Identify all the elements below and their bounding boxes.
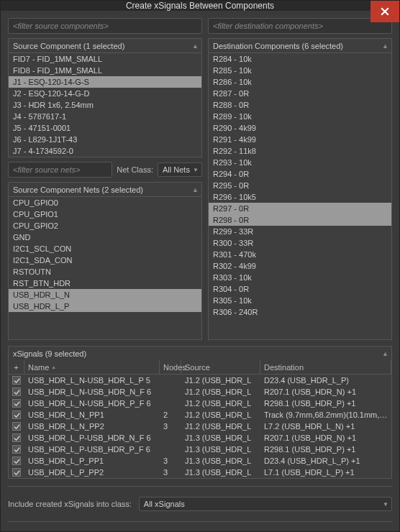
cell-name: USB_HDR_L_N_PP1 [24,411,160,419]
left-column: <filter source components> Source Compon… [8,18,202,340]
chevron-down-icon: ▼ [193,167,199,173]
cell-name: USB_HDR_L_P_PP2 [24,468,160,477]
cell-source: J1.3 (USB_HDR_L [181,457,260,465]
close-button[interactable] [371,1,399,22]
source-component-header[interactable]: Source Component (1 selected)▲ [8,38,202,52]
list-item[interactable]: J3 - HDR 1x6, 2.54mm [9,99,201,111]
list-item[interactable]: J4 - 5787617-1 [9,111,201,122]
list-item[interactable]: R298 - 0R [209,214,391,226]
row-checkbox[interactable] [12,411,21,419]
list-item[interactable]: R288 - 0R [209,99,391,111]
table-row[interactable]: USB_HDR_L_P-USB_HDR_N_F 6J1.3 (USB_HDR_L… [9,432,391,444]
list-item[interactable]: J2 - ESQ-120-14-G-D [9,88,201,99]
net-class-row: <filter source nets> Net Class: All Nets… [8,162,202,178]
source-column-header[interactable]: Source [181,360,260,374]
filter-source-components-input[interactable]: <filter source components> [8,18,202,34]
row-checkbox[interactable] [12,376,21,385]
row-checkbox[interactable] [12,387,21,396]
name-column-header[interactable]: Name [24,360,160,374]
list-item[interactable]: J7 - 4-1734592-0 [9,145,201,157]
table-row[interactable]: USB_HDR_L_N-USB_HDR_N_F 6J1.2 (USB_HDR_L… [9,386,391,398]
xsignals-header[interactable]: xSignals (9 selected)▲ [8,346,392,360]
cell-name: USB_HDR_L_N-USB_HDR_P_F 6 [24,399,160,408]
xsignals-grid[interactable]: USB_HDR_L_N-USB_HDR_L_P 5J1.2 (USB_HDR_L… [8,375,392,479]
nodes-column-header[interactable]: Nodes [160,360,181,374]
cell-name: USB_HDR_L_N-USB_HDR_N_F 6 [24,387,160,396]
table-row[interactable]: USB_HDR_L_N_PP12J1.2 (USB_HDR_LTrack (9.… [9,409,391,421]
list-item[interactable]: GND [9,231,201,243]
list-item[interactable]: R285 - 10k [209,65,391,76]
table-row[interactable]: USB_HDR_L_P_PP13J1.3 (USB_HDR_LD23.4 (US… [9,455,391,467]
table-row[interactable]: USB_HDR_L_N-USB_HDR_P_F 6J1.2 (USB_HDR_L… [9,398,391,409]
row-checkbox[interactable] [12,445,21,454]
list-item[interactable]: J5 - 47151-0001 [9,122,201,134]
list-item[interactable]: R303 - 10k [209,272,391,283]
list-item[interactable]: USB_HDR_L_N [9,289,201,301]
list-item[interactable]: R286 - 10k [209,76,391,88]
list-item[interactable]: USB_HDR_L_P [9,301,201,312]
list-item[interactable]: R302 - 4k99 [209,260,391,272]
list-item[interactable]: FID7 - FID_1MM_SMALL [9,53,201,65]
list-item[interactable]: R287 - 0R [209,88,391,99]
list-item[interactable]: J6 - L829-1J1T-43 [9,134,201,145]
list-item[interactable]: FID8 - FID_1MM_SMALL [9,65,201,76]
list-item[interactable]: R300 - 33R [209,237,391,249]
list-item[interactable]: CPU_GPIO0 [9,197,201,208]
source-nets-header[interactable]: Source Component Nets (2 selected)▲ [8,182,202,196]
cell-dest: R298.1 (USB_HDR_P) +1 [260,399,391,408]
cell-dest: Track (9.7mm,68.2mm)(10.1mm,68.6mm) [260,411,391,419]
checkbox-column-header[interactable]: + [9,360,24,374]
table-row[interactable]: USB_HDR_L_P_PP23J1.3 (USB_HDR_LL7.1 (USB… [9,467,391,478]
list-item[interactable]: R291 - 4k99 [209,134,391,145]
dest-column-header[interactable]: Destination [260,360,391,374]
source-nets-list[interactable]: CPU_GPIO0CPU_GPIO1CPU_GPIO2GNDI2C1_SCL_C… [8,196,202,340]
cell-dest: L7.1 (USB_HDR_L_P) +1 [260,468,391,477]
list-item[interactable]: R301 - 470k [209,249,391,260]
list-item[interactable]: R290 - 4k99 [209,122,391,134]
list-item[interactable]: I2C1_SDA_CON [9,254,201,266]
list-item[interactable]: RSTOUTN [9,266,201,278]
filter-source-nets-input[interactable]: <filter source nets> [8,162,112,178]
net-class-dropdown[interactable]: All Nets▼ [158,162,202,177]
list-item[interactable]: R305 - 10k [209,295,391,306]
cell-name: USB_HDR_L_P-USB_HDR_P_F 6 [24,445,160,454]
list-item[interactable]: R294 - 0R [209,168,391,180]
list-item[interactable]: R296 - 10k5 [209,191,391,203]
include-class-label: Include created xSignals into class: [8,500,132,508]
dest-components-header[interactable]: Destination Components (6 selected)▲ [208,38,392,52]
list-item[interactable]: R289 - 10k [209,111,391,122]
list-item[interactable]: R304 - 0R [209,283,391,295]
list-item[interactable]: CPU_GPIO2 [9,220,201,231]
row-checkbox[interactable] [12,399,21,408]
collapse-icon: ▲ [192,42,199,50]
table-row[interactable]: USB_HDR_L_N_PP23J1.2 (USB_HDR_LL7.2 (USB… [9,421,391,432]
list-item[interactable]: R293 - 10k [209,157,391,168]
footer: xSignals in list : 9 Analyze▼ OK Cancel [8,529,392,532]
filter-dest-components-input[interactable]: <filter destination components> [208,18,392,34]
include-class-dropdown[interactable]: All xSignals▼ [139,497,392,511]
collapse-icon: ▲ [382,42,388,50]
list-item[interactable]: R299 - 33R [209,226,391,237]
separator [8,486,392,487]
list-item[interactable]: CPU_GPIO1 [9,208,201,220]
source-components-list[interactable]: FID7 - FID_1MM_SMALLFID8 - FID_1MM_SMALL… [8,52,202,157]
list-item[interactable]: R295 - 0R [209,180,391,191]
list-item[interactable]: I2C1_SCL_CON [9,243,201,254]
row-checkbox[interactable] [12,468,21,477]
row-checkbox[interactable] [12,457,21,465]
list-item[interactable]: R297 - 0R [209,203,391,214]
table-row[interactable]: USB_HDR_L_N-USB_HDR_L_P 5J1.2 (USB_HDR_L… [9,375,391,386]
list-item[interactable]: R292 - 11k8 [209,145,391,157]
table-row[interactable]: USB_HDR_L_P-USB_HDR_P_F 6J1.3 (USB_HDR_L… [9,444,391,455]
list-item[interactable]: J1 - ESQ-120-14-G-S [9,76,201,88]
row-checkbox[interactable] [12,434,21,442]
list-item[interactable]: R306 - 240R [209,306,391,318]
cell-source: J1.2 (USB_HDR_L [181,411,260,419]
list-item[interactable]: R284 - 10k [209,53,391,65]
row-checkbox[interactable] [12,422,21,431]
include-class-row: Include created xSignals into class: All… [8,494,392,514]
cell-source: J1.3 (USB_HDR_L [181,468,260,477]
list-item[interactable]: RST_BTN_HDR [9,278,201,289]
collapse-icon: ▲ [382,350,388,357]
dest-components-list[interactable]: R284 - 10kR285 - 10kR286 - 10kR287 - 0RR… [208,52,392,340]
